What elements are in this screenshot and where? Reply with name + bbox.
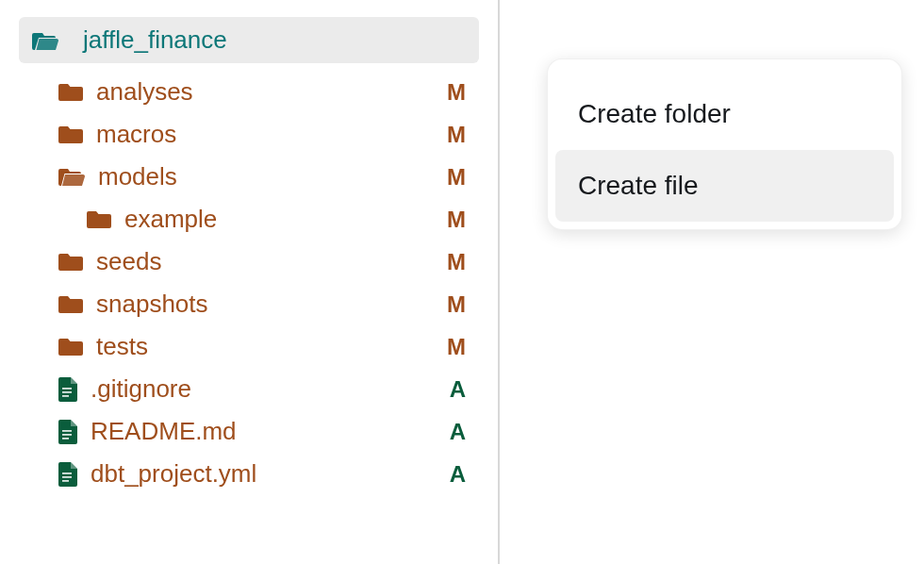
file-icon [58, 377, 77, 402]
git-status-badge: A [450, 376, 466, 403]
svg-rect-7 [62, 476, 72, 478]
context-panel: Create folderCreate file [500, 0, 924, 564]
tree-item-label: models [98, 162, 447, 191]
svg-rect-4 [62, 434, 72, 436]
tree-row[interactable]: seedsM [19, 241, 479, 283]
tree-root-label: jaffle_finance [83, 25, 227, 55]
git-status-badge: M [447, 79, 466, 106]
git-status-badge: M [447, 249, 466, 275]
tree-row[interactable]: README.mdA [19, 410, 479, 453]
context-menu-item[interactable]: Create folder [555, 78, 894, 150]
folder-closed-icon [58, 124, 83, 145]
tree-item-label: analyses [96, 77, 447, 107]
folder-closed-icon [58, 252, 83, 273]
file-icon [58, 420, 77, 444]
git-status-badge: A [450, 461, 466, 488]
tree-row[interactable]: macrosM [19, 113, 479, 156]
git-status-badge: M [447, 164, 466, 191]
file-tree-sidebar: jaffle_finance analysesMmacrosMmodelsMex… [0, 0, 500, 564]
folder-open-icon [58, 167, 85, 188]
tree-row[interactable]: testsM [19, 325, 479, 368]
folder-open-icon [32, 29, 58, 52]
tree-row[interactable]: analysesM [19, 71, 479, 113]
tree-row[interactable]: snapshotsM [19, 283, 479, 325]
tree-item-label: seeds [96, 247, 447, 276]
git-status-badge: M [447, 122, 466, 148]
svg-rect-8 [62, 480, 69, 482]
tree-item-label: dbt_project.yml [91, 459, 450, 489]
svg-rect-6 [62, 473, 72, 474]
tree-row[interactable]: .gitignoreA [19, 368, 479, 410]
tree-item-label: macros [96, 120, 447, 149]
tree-item-label: snapshots [96, 290, 447, 319]
git-status-badge: M [447, 207, 466, 233]
tree-row[interactable]: modelsM [19, 156, 479, 198]
tree-row[interactable]: dbt_project.ymlA [19, 453, 479, 495]
tree-item-label: example [124, 205, 447, 234]
tree-row[interactable]: exampleM [19, 198, 479, 241]
folder-closed-icon [58, 82, 83, 103]
context-menu-item[interactable]: Create file [555, 150, 894, 222]
folder-closed-icon [87, 209, 111, 230]
folder-closed-icon [58, 294, 83, 315]
git-status-badge: M [447, 291, 466, 318]
file-icon [58, 462, 77, 487]
git-status-badge: M [447, 334, 466, 360]
tree-item-label: .gitignore [91, 374, 450, 404]
tree-item-label: tests [96, 332, 447, 361]
folder-closed-icon [58, 337, 83, 357]
context-menu: Create folderCreate file [547, 58, 902, 230]
git-status-badge: A [450, 419, 466, 445]
svg-rect-2 [62, 395, 69, 397]
tree-item-label: README.md [91, 417, 450, 446]
tree-root-row[interactable]: jaffle_finance [19, 17, 479, 63]
svg-rect-3 [62, 430, 72, 432]
svg-rect-5 [62, 438, 69, 440]
svg-rect-1 [62, 391, 72, 393]
svg-rect-0 [62, 388, 72, 390]
